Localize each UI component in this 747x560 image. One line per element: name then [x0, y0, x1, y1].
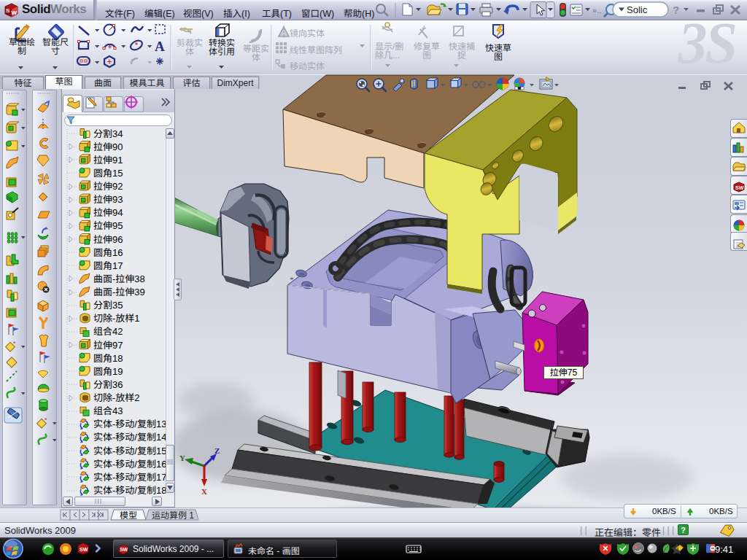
svg-text:X: X — [201, 487, 207, 496]
svg-text:分割36: 分割36 — [93, 379, 123, 390]
svg-text:拉伸96: 拉伸96 — [93, 234, 123, 245]
svg-text:拉伸90: 拉伸90 — [93, 141, 123, 152]
svg-text:模型: 模型 — [120, 510, 137, 521]
svg-text:实体-移动/复制13: 实体-移动/复制13 — [93, 419, 166, 429]
svg-text:实体-移动/复制14: 实体-移动/复制14 — [93, 432, 166, 443]
svg-text:切除-放样2: 切除-放样2 — [93, 392, 140, 403]
svg-text:圆角18: 圆角18 — [93, 353, 123, 364]
svg-text:实体-移动/复制17: 实体-移动/复制17 — [93, 472, 166, 483]
svg-text:圆角17: 圆角17 — [93, 260, 123, 271]
svg-text:切除-放样1: 切除-放样1 — [93, 313, 140, 324]
svg-text:拉伸93: 拉伸93 — [93, 194, 123, 205]
svg-text:SW: SW — [735, 185, 744, 190]
svg-text:!: ! — [677, 547, 678, 552]
svg-text:Z: Z — [214, 446, 220, 455]
svg-text:圆角19: 圆角19 — [93, 366, 123, 377]
svg-text:圆角15: 圆角15 — [93, 168, 123, 179]
svg-text:+: + — [422, 23, 426, 32]
svg-text:拉伸91: 拉伸91 — [93, 155, 123, 166]
svg-text:圆角16: 圆角16 — [93, 247, 123, 258]
svg-text:曲面-拉伸38: 曲面-拉伸38 — [93, 273, 145, 284]
svg-text:SW: SW — [120, 547, 128, 552]
svg-text:*: * — [44, 416, 47, 424]
svg-text:分割34: 分割34 — [93, 128, 123, 139]
svg-text:曲面-拉伸39: 曲面-拉伸39 — [93, 287, 145, 298]
svg-text:组合42: 组合42 — [93, 326, 123, 337]
svg-text:分割35: 分割35 — [93, 300, 123, 311]
svg-text:»..: ».. — [592, 6, 601, 15]
svg-text:拉伸97: 拉伸97 — [93, 340, 123, 351]
svg-text:实体-移动/复制18: 实体-移动/复制18 — [93, 485, 166, 496]
svg-text:SW: SW — [80, 547, 88, 552]
svg-text:组合43: 组合43 — [93, 405, 123, 416]
svg-text:Solic: Solic — [627, 4, 648, 15]
svg-text:拉伸95: 拉伸95 — [93, 220, 123, 231]
svg-text:Y: Y — [179, 454, 185, 462]
svg-text:实体-移动/复制15: 实体-移动/复制15 — [93, 446, 166, 456]
svg-text:实体-移动/复制16: 实体-移动/复制16 — [93, 459, 166, 470]
svg-text:A: A — [155, 39, 165, 54]
svg-text:拉伸94: 拉伸94 — [93, 207, 123, 218]
svg-text:运动算例 1: 运动算例 1 — [152, 510, 194, 521]
svg-text:拉伸92: 拉伸92 — [93, 181, 123, 192]
